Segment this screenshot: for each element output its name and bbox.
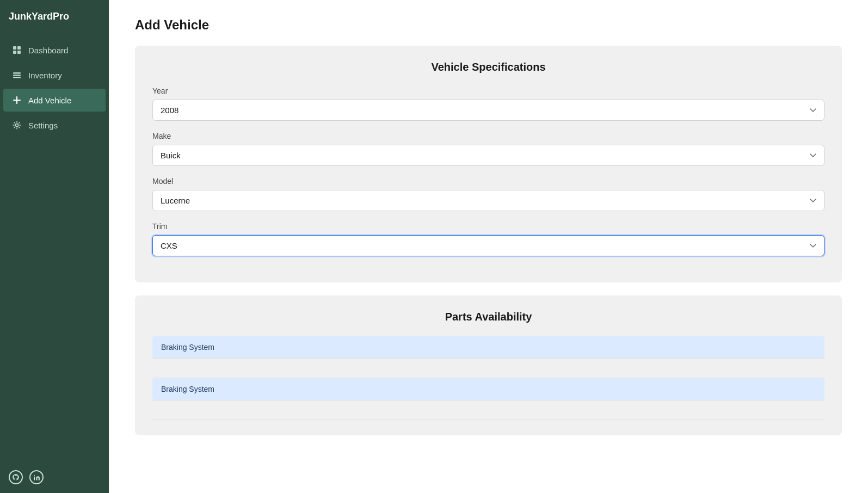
sidebar-footer: [0, 461, 109, 493]
trim-group: Trim CXS: [152, 222, 824, 256]
svg-rect-2: [13, 51, 16, 54]
main-content: Add Vehicle Vehicle Specifications Year …: [109, 0, 868, 493]
svg-point-9: [16, 124, 19, 127]
github-icon[interactable]: [9, 470, 23, 484]
parts-row-empty-2: [152, 400, 824, 420]
sidebar-item-settings[interactable]: Settings: [3, 114, 106, 137]
parts-availability-card: Parts Availability Braking System Brakin…: [135, 295, 842, 435]
dashboard-icon: [12, 45, 22, 55]
model-group: Model Lucerne: [152, 177, 824, 211]
parts-row-1: Braking System: [152, 336, 824, 359]
sidebar-item-add-vehicle[interactable]: Add Vehicle: [3, 89, 106, 112]
year-select[interactable]: 2008: [152, 100, 824, 121]
svg-rect-5: [13, 75, 21, 76]
svg-rect-3: [17, 51, 21, 54]
vehicle-specs-card: Vehicle Specifications Year 2008 Make Bu…: [135, 46, 842, 282]
trim-select[interactable]: CXS: [152, 235, 824, 256]
sidebar-item-label-inventory: Inventory: [28, 71, 62, 80]
parts-row-empty-1: [152, 359, 824, 378]
svg-rect-0: [13, 46, 16, 50]
model-select[interactable]: Lucerne: [152, 190, 824, 211]
braking-system-header-2[interactable]: Braking System: [152, 378, 824, 400]
svg-rect-1: [17, 46, 21, 50]
trim-label: Trim: [152, 222, 824, 231]
page-title: Add Vehicle: [135, 17, 842, 33]
linkedin-icon[interactable]: [29, 470, 44, 484]
add-vehicle-icon: [12, 95, 22, 105]
svg-rect-6: [13, 77, 21, 78]
year-group: Year 2008: [152, 87, 824, 121]
model-label: Model: [152, 177, 824, 186]
vehicle-specs-title: Vehicle Specifications: [152, 61, 824, 73]
sidebar-item-label-add-vehicle: Add Vehicle: [28, 96, 71, 105]
inventory-icon: [12, 70, 22, 80]
svg-rect-4: [13, 72, 21, 74]
parts-availability-title: Parts Availability: [152, 311, 824, 323]
sidebar-nav: Dashboard Inventory Add Vehicle: [0, 33, 109, 461]
make-label: Make: [152, 132, 824, 140]
sidebar-item-inventory[interactable]: Inventory: [3, 64, 106, 87]
braking-system-header-1[interactable]: Braking System: [152, 336, 824, 358]
sidebar-item-dashboard[interactable]: Dashboard: [3, 39, 106, 61]
sidebar-item-label-settings: Settings: [28, 121, 58, 130]
year-label: Year: [152, 87, 824, 95]
settings-icon: [12, 120, 22, 130]
sidebar-item-label-dashboard: Dashboard: [28, 46, 68, 55]
parts-row-2: Braking System: [152, 378, 824, 400]
make-select[interactable]: Buick: [152, 145, 824, 166]
make-group: Make Buick: [152, 132, 824, 166]
brand-logo: JunkYardPro: [0, 0, 109, 33]
sidebar: JunkYardPro Dashboard Inven: [0, 0, 109, 493]
